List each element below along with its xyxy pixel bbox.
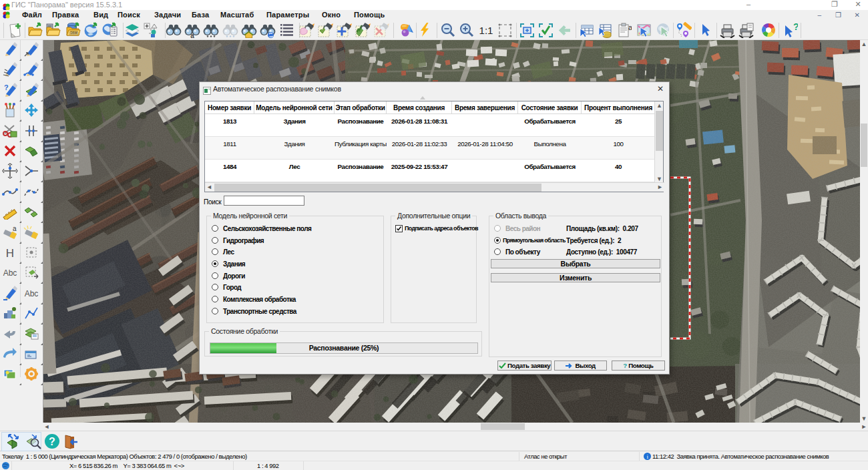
svg-text:?: ? bbox=[4, 83, 9, 91]
svg-text:H: H bbox=[6, 247, 14, 260]
svg-text:?: ? bbox=[49, 436, 55, 447]
svg-text:a: a bbox=[190, 32, 194, 39]
svg-text:?: ? bbox=[793, 22, 798, 32]
svg-text:Abc: Abc bbox=[3, 268, 17, 278]
svg-text:a: a bbox=[13, 225, 17, 232]
svg-text:DBM: DBM bbox=[70, 31, 77, 35]
svg-text:Abc: Abc bbox=[25, 289, 39, 298]
svg-text:1:1: 1:1 bbox=[479, 25, 493, 36]
svg-text:a: a bbox=[628, 23, 632, 31]
